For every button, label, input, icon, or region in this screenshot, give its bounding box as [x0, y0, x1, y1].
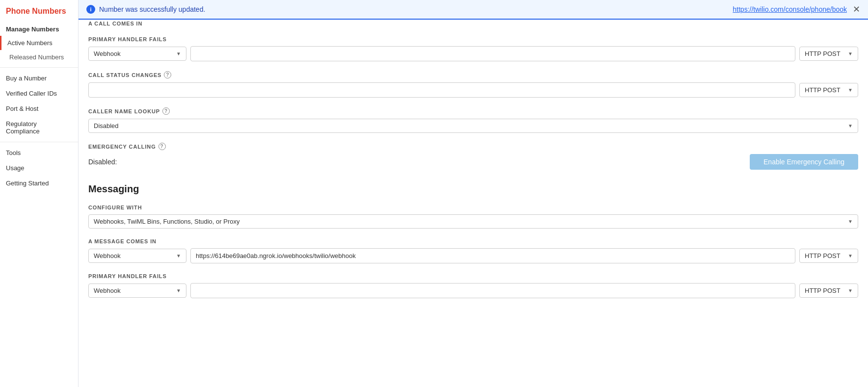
sidebar-item-regulatory-compliance[interactable]: Regulatory Compliance: [0, 116, 78, 139]
sidebar-item-getting-started[interactable]: Getting Started: [0, 176, 78, 191]
message-comes-in-method-select[interactable]: HTTP POST ▼: [799, 249, 858, 263]
sidebar-section-manage-numbers: Manage Numbers: [0, 21, 78, 36]
messaging-primary-handler-webhook-select[interactable]: Webhook ▼: [88, 284, 186, 298]
primary-handler-webhook-select[interactable]: Webhook ▼: [88, 47, 186, 61]
sidebar-item-released-numbers[interactable]: Released Numbers: [0, 50, 78, 64]
chevron-down-icon: ▼: [176, 51, 181, 56]
sidebar-item-usage[interactable]: Usage: [0, 160, 78, 176]
close-icon[interactable]: ✕: [853, 5, 860, 14]
primary-handler-url-input[interactable]: [190, 46, 795, 61]
chevron-down-icon: ▼: [848, 123, 853, 129]
primary-handler-method-select[interactable]: HTTP POST ▼: [799, 47, 858, 61]
success-banner: i Number was successfully updated. https…: [79, 0, 868, 20]
messaging-primary-handler-method-select[interactable]: HTTP POST ▼: [799, 284, 858, 298]
sidebar-item-active-numbers[interactable]: Active Numbers: [0, 36, 78, 50]
emergency-calling-label: EMERGENCY CALLING ?: [88, 143, 858, 150]
chevron-down-icon: ▼: [848, 253, 853, 258]
chevron-down-icon: ▼: [176, 288, 181, 293]
main-content: i Number was successfully updated. https…: [79, 0, 868, 387]
sidebar-item-verified-caller-ids[interactable]: Verified Caller IDs: [0, 86, 78, 101]
a-message-comes-in-row: Webhook ▼ HTTP POST ▼: [88, 248, 858, 263]
call-status-changes-row: HTTP POST ▼: [88, 82, 858, 98]
content-area: A CALL COMES IN PRIMARY HANDLER FAILS We…: [79, 21, 868, 310]
configure-with-label: CONFIGURE WITH: [88, 205, 858, 210]
sidebar-title: Phone Numbers: [0, 0, 78, 21]
emergency-calling-row: Disabled: Enable Emergency Calling: [88, 154, 858, 170]
sidebar-divider-2: [0, 142, 78, 142]
primary-handler-fails-row: Webhook ▼ HTTP POST ▼: [88, 46, 858, 61]
message-comes-in-url-input[interactable]: [190, 248, 795, 263]
banner-link[interactable]: https://twilio.com/console/phone/book: [733, 5, 847, 13]
sidebar-item-buy-a-number[interactable]: Buy a Number: [0, 71, 78, 86]
info-icon: i: [86, 5, 95, 14]
banner-message: Number was successfully updated.: [99, 5, 730, 13]
messaging-primary-handler-fails-label: PRIMARY HANDLER FAILS: [88, 273, 858, 279]
help-icon[interactable]: ?: [158, 143, 166, 150]
chevron-down-icon: ▼: [176, 253, 181, 258]
a-message-comes-in-label: A MESSAGE COMES IN: [88, 238, 858, 244]
messaging-primary-handler-fails-row: Webhook ▼ HTTP POST ▼: [88, 283, 858, 298]
a-call-comes-in-label: A CALL COMES IN: [88, 21, 858, 26]
messaging-section-title: Messaging: [88, 183, 858, 195]
help-icon[interactable]: ?: [162, 107, 170, 115]
emergency-disabled-label: Disabled:: [88, 158, 117, 166]
configure-with-select[interactable]: Webhooks, TwiML Bins, Functions, Studio,…: [88, 214, 858, 229]
sidebar-item-port-host[interactable]: Port & Host: [0, 101, 78, 116]
call-status-method-select[interactable]: HTTP POST ▼: [799, 83, 858, 97]
messaging-primary-handler-url-input[interactable]: [190, 283, 795, 298]
chevron-down-icon: ▼: [848, 87, 853, 93]
primary-handler-fails-label: PRIMARY HANDLER FAILS: [88, 36, 858, 42]
caller-name-lookup-row: Disabled ▼: [88, 119, 858, 133]
call-status-changes-label: CALL STATUS CHANGES ?: [88, 71, 858, 78]
chevron-down-icon: ▼: [848, 288, 853, 293]
message-comes-in-webhook-select[interactable]: Webhook ▼: [88, 249, 186, 263]
sidebar-item-tools[interactable]: Tools: [0, 145, 78, 160]
help-icon[interactable]: ?: [164, 71, 171, 78]
call-status-url-input[interactable]: [88, 82, 795, 98]
chevron-down-icon: ▼: [848, 51, 853, 56]
chevron-down-icon: ▼: [848, 219, 853, 224]
sidebar-divider-1: [0, 67, 78, 68]
enable-emergency-calling-button[interactable]: Enable Emergency Calling: [750, 154, 858, 170]
caller-name-lookup-select[interactable]: Disabled ▼: [88, 119, 858, 133]
configure-with-row: Webhooks, TwiML Bins, Functions, Studio,…: [88, 214, 858, 229]
sidebar: Phone Numbers Manage Numbers Active Numb…: [0, 0, 79, 387]
caller-name-lookup-label: CALLER NAME LOOKUP ?: [88, 107, 858, 115]
